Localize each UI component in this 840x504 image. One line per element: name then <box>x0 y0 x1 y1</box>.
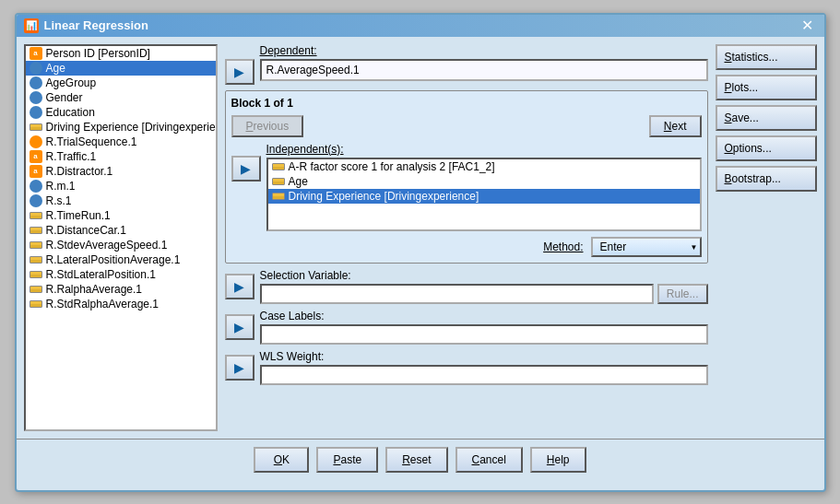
variable-list-item[interactable]: Driving Experience [Drivingexperience] <box>26 120 216 135</box>
dialog-body: aPerson ID [PersonID]AgeAgeGroupGenderEd… <box>17 37 824 439</box>
variable-list-item[interactable]: R.DistanceCar.1 <box>26 223 216 238</box>
variable-icon: a <box>30 47 46 60</box>
indep-icon <box>272 163 289 170</box>
independents-section: ▶ Independent(s): A-R factor score 1 for… <box>231 143 702 231</box>
close-button[interactable]: ✕ <box>798 18 817 33</box>
variable-icon: a <box>30 165 46 178</box>
selection-variable-field-row: Rule... <box>260 284 708 304</box>
variable-list-item[interactable]: aPerson ID [PersonID] <box>26 46 216 61</box>
dialog-icon: 📊 <box>24 18 39 33</box>
ok-button[interactable]: OK <box>254 447 309 473</box>
variable-name: R.Distractor.1 <box>46 165 113 178</box>
independents-list-item[interactable]: A-R factor score 1 for analysis 2 [FAC1_… <box>268 159 700 174</box>
variable-icon <box>30 256 42 264</box>
variable-list-item[interactable]: R.RalphaAverage.1 <box>26 282 216 297</box>
variable-list-item[interactable]: Age <box>26 61 216 76</box>
variable-list-item[interactable]: AgeGroup <box>26 76 216 90</box>
variable-name: R.m.1 <box>46 180 76 193</box>
variable-list-item[interactable]: R.TrialSequence.1 <box>26 135 216 149</box>
independents-list-item[interactable]: Age <box>268 174 700 189</box>
block-nav: Previous Next <box>231 115 702 137</box>
variable-list-item[interactable]: R.s.1 <box>26 193 216 208</box>
wls-weight-input[interactable] <box>260 365 708 385</box>
plots-button[interactable]: Plots... <box>716 75 817 100</box>
options-button[interactable]: Options... <box>716 135 817 161</box>
selection-arrow-button[interactable]: ▶ <box>225 274 254 299</box>
variable-list-item[interactable]: aR.Traffic.1 <box>26 149 216 164</box>
independents-arrow-button[interactable]: ▶ <box>231 156 261 182</box>
cancel-button[interactable]: Cancel <box>455 447 523 473</box>
method-row: Method: Enter Stepwise Remove Backward F… <box>231 237 702 257</box>
variable-icon <box>30 91 46 104</box>
variable-name: R.TimeRun.1 <box>46 209 111 222</box>
variable-list-item[interactable]: aR.Distractor.1 <box>26 164 216 179</box>
variable-name: R.StdLateralPosition.1 <box>46 268 156 281</box>
bootstrap-button[interactable]: Bootstrap... <box>716 166 817 192</box>
variable-icon <box>30 76 46 89</box>
wls-weight-label: WLS Weight: <box>260 350 708 363</box>
selection-variable-input[interactable] <box>260 284 654 304</box>
case-labels-input[interactable] <box>260 324 708 345</box>
variable-list-item[interactable]: R.LateralPositionAverage.1 <box>26 252 216 267</box>
statistics-button[interactable]: Statistics... <box>716 44 817 70</box>
variable-name: R.TrialSequence.1 <box>46 135 137 148</box>
variable-name: Gender <box>46 91 83 104</box>
case-labels-row: ▶ Case Labels: <box>225 310 708 345</box>
variable-icon <box>30 106 46 119</box>
previous-button[interactable]: Previous <box>231 115 304 137</box>
variable-icon <box>30 194 46 207</box>
variable-list-item[interactable]: Education <box>26 105 216 120</box>
variable-name: R.RalphaAverage.1 <box>46 283 143 296</box>
independents-list-item[interactable]: Driving Experience [Drivingexperience] <box>268 189 700 204</box>
variable-list[interactable]: aPerson ID [PersonID]AgeAgeGroupGenderEd… <box>24 44 218 431</box>
indep-icon <box>272 193 289 200</box>
variable-list-item[interactable]: R.StdevAverageSpeed.1 <box>26 238 216 252</box>
selection-variable-row: ▶ Selection Variable: Rule... <box>225 269 708 304</box>
variable-icon <box>30 286 42 293</box>
variable-icon <box>30 135 46 148</box>
variable-name: R.StdRalphaAverage.1 <box>46 298 160 311</box>
dependent-input[interactable] <box>260 59 708 81</box>
variable-icon: a <box>30 150 46 163</box>
selection-variable-field: Selection Variable: Rule... <box>260 269 708 304</box>
variable-name: Driving Experience [Drivingexperience] <box>46 121 218 134</box>
help-button[interactable]: Help <box>530 447 586 473</box>
wls-weight-row: ▶ WLS Weight: <box>225 350 708 385</box>
variable-name: R.s.1 <box>46 194 72 207</box>
dependent-arrow-button[interactable]: ▶ <box>225 59 254 85</box>
variable-icon <box>30 180 46 193</box>
variable-name: Education <box>46 106 95 119</box>
case-labels-label: Case Labels: <box>260 310 708 322</box>
independents-list[interactable]: A-R factor score 1 for analysis 2 [FAC1_… <box>266 158 702 231</box>
dependent-section: ▶ Dependent: <box>225 44 708 85</box>
variable-icon <box>30 123 42 131</box>
selection-variable-label: Selection Variable: <box>260 269 708 282</box>
rule-button[interactable]: Rule... <box>657 284 708 304</box>
title-bar-left: 📊 Linear Regression <box>24 18 148 33</box>
indep-icon <box>272 178 289 185</box>
center-panel: ▶ Dependent: Block 1 of 1 Previous Next <box>225 44 708 431</box>
reset-button[interactable]: Reset <box>385 447 447 473</box>
next-button[interactable]: Next <box>649 115 702 137</box>
wls-arrow-button[interactable]: ▶ <box>225 355 254 381</box>
save-button[interactable]: Save... <box>716 105 817 131</box>
indep-name: A-R factor score 1 for analysis 2 [FAC1_… <box>289 160 495 173</box>
variable-list-item[interactable]: Gender <box>26 90 216 105</box>
method-select[interactable]: Enter Stepwise Remove Backward Forward <box>591 237 702 257</box>
linear-regression-dialog: 📊 Linear Regression ✕ aPerson ID [Person… <box>15 13 826 492</box>
case-arrow-button[interactable]: ▶ <box>225 314 254 340</box>
variable-name: Person ID [PersonID] <box>46 47 150 60</box>
dialog-title: Linear Regression <box>44 18 148 32</box>
button-bar: OKPasteResetCancelHelp <box>17 439 824 480</box>
variable-name: R.Traffic.1 <box>46 150 97 163</box>
selection-variable-section: ▶ Selection Variable: Rule... <box>225 269 708 304</box>
block-title: Block 1 of 1 <box>231 97 702 110</box>
variable-name: AgeGroup <box>46 76 97 89</box>
variable-list-item[interactable]: R.m.1 <box>26 179 216 193</box>
paste-button[interactable]: Paste <box>316 447 378 473</box>
dependent-field: Dependent: <box>260 44 708 81</box>
variable-list-item[interactable]: R.StdLateralPosition.1 <box>26 267 216 282</box>
variable-list-item[interactable]: R.TimeRun.1 <box>26 208 216 223</box>
variable-list-item[interactable]: R.StdRalphaAverage.1 <box>26 297 216 311</box>
variable-icon <box>30 241 42 249</box>
